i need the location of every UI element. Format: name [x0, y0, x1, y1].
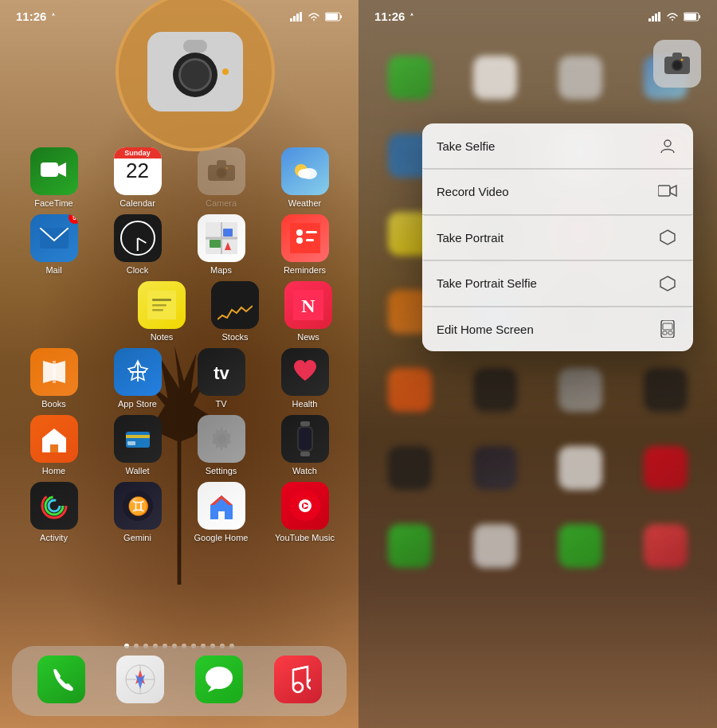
phone-icon[interactable]: [37, 656, 85, 703]
health-icon[interactable]: [281, 348, 329, 396]
watch-icon[interactable]: [281, 415, 329, 463]
safari-icon[interactable]: [116, 656, 164, 703]
camera-icon-top-right[interactable]: [653, 40, 701, 88]
books-icon[interactable]: [30, 348, 78, 396]
mail-icon[interactable]: 5: [30, 214, 78, 262]
app-camera-placeholder[interactable]: Camera: [190, 147, 253, 208]
take-portrait-selfie-label: Take Portrait Selfie: [437, 276, 537, 290]
app-wallet[interactable]: Wallet: [106, 415, 170, 476]
camera-svg: [208, 160, 235, 182]
dock-messages[interactable]: [195, 656, 243, 706]
clock-min-hand: [137, 238, 139, 251]
app-stocks[interactable]: Stocks: [203, 281, 267, 342]
calendar-inner: Sunday 22: [114, 147, 162, 195]
weather-icon[interactable]: [281, 147, 329, 195]
blur-icon-24: [644, 446, 688, 490]
app-settings[interactable]: Settings: [190, 415, 253, 476]
phone-svg: [49, 667, 74, 692]
appstore-icon[interactable]: [114, 348, 162, 396]
tv-label: TV: [215, 399, 226, 409]
svg-point-70: [673, 61, 681, 69]
dock-music[interactable]: [274, 656, 322, 706]
app-clock[interactable]: Clock: [106, 214, 170, 275]
svg-rect-0: [290, 18, 292, 22]
app-calendar[interactable]: Sunday 22 Calendar: [106, 147, 170, 208]
notes-label: Notes: [151, 332, 174, 342]
app-activity[interactable]: Activity: [22, 482, 86, 542]
app-youtubemusic[interactable]: YouTube Music: [273, 482, 337, 542]
watch-svg: [294, 421, 316, 456]
left-phone: 11:26: [0, 0, 358, 728]
app-weather[interactable]: Weather: [273, 147, 337, 208]
svg-rect-25: [306, 231, 317, 233]
messages-icon[interactable]: [195, 656, 243, 703]
app-row-4: Books App Store tv TV: [12, 348, 347, 409]
menu-take-portrait-selfie[interactable]: Take Portrait Selfie: [422, 261, 693, 307]
blur-icon-18: [473, 368, 517, 412]
music-icon[interactable]: [274, 656, 322, 703]
stocks-icon[interactable]: [211, 281, 259, 329]
app-notes[interactable]: Notes: [130, 281, 194, 342]
app-news[interactable]: N News: [276, 281, 340, 342]
app-watch[interactable]: Watch: [273, 415, 337, 476]
messages-svg: [204, 665, 234, 694]
take-selfie-icon: [656, 135, 679, 157]
notes-icon[interactable]: [138, 281, 186, 329]
news-icon[interactable]: N: [284, 281, 332, 329]
camera-icon-small-left[interactable]: [198, 147, 245, 195]
wallet-icon[interactable]: [114, 415, 162, 463]
portrait-selfie-svg: [659, 275, 676, 292]
googlehome-icon[interactable]: [198, 482, 245, 530]
blur-icon-26: [473, 524, 517, 568]
tv-icon[interactable]: tv: [198, 348, 245, 396]
menu-record-video[interactable]: Record Video: [422, 170, 693, 215]
googlehome-label: Google Home: [194, 533, 249, 542]
home-app-icon[interactable]: [30, 415, 78, 463]
app-tv[interactable]: tv TV: [190, 348, 253, 409]
books-label: Books: [41, 399, 66, 409]
app-health[interactable]: Health: [273, 348, 337, 409]
blur-icon-3: [558, 56, 602, 100]
maps-label: Maps: [210, 265, 232, 275]
activity-label: Activity: [40, 533, 68, 542]
app-gemini[interactable]: ♊ Gemini: [106, 482, 170, 542]
app-books[interactable]: Books: [22, 348, 86, 409]
app-home[interactable]: Home: [22, 415, 86, 476]
portrait-svg: [659, 229, 676, 246]
blur-icon-17: [388, 368, 432, 412]
app-appstore[interactable]: App Store: [106, 348, 170, 409]
gemini-icon[interactable]: ♊: [114, 482, 162, 530]
reminders-icon[interactable]: [281, 214, 329, 262]
app-row-1: FaceTime Sunday 22 Calendar: [12, 147, 347, 208]
settings-icon[interactable]: [198, 415, 245, 463]
svg-rect-35: [50, 444, 58, 452]
record-video-icon: [656, 181, 679, 203]
menu-take-portrait[interactable]: Take Portrait: [422, 215, 693, 260]
time-left: 11:26: [16, 10, 57, 23]
facetime-icon[interactable]: [30, 147, 78, 195]
app-googlehome[interactable]: Google Home: [190, 482, 253, 542]
menu-take-selfie[interactable]: Take Selfie: [422, 123, 693, 169]
camera-small-svg: [664, 53, 690, 75]
activity-icon[interactable]: [30, 482, 78, 530]
news-svg: N: [293, 290, 323, 320]
maps-icon[interactable]: [198, 214, 245, 262]
blur-icon-28: [644, 524, 688, 568]
blur-icon-2: [473, 56, 517, 100]
calendar-icon[interactable]: Sunday 22: [114, 147, 162, 195]
app-reminders[interactable]: Reminders: [273, 214, 337, 275]
svg-rect-37: [126, 435, 150, 438]
location-icon-right: [408, 13, 416, 21]
app-mail[interactable]: 5 Mail: [22, 214, 86, 275]
youtubemusic-icon[interactable]: [281, 482, 329, 530]
menu-edit-home-screen[interactable]: Edit Home Screen: [422, 307, 693, 351]
svg-rect-79: [663, 331, 667, 335]
blur-icon-23: [558, 446, 602, 490]
dock-phone[interactable]: [37, 656, 85, 706]
dock-safari[interactable]: [116, 656, 164, 706]
app-facetime[interactable]: FaceTime: [22, 147, 86, 208]
stocks-inner: [211, 281, 259, 329]
app-maps[interactable]: Maps: [190, 214, 253, 275]
svg-point-71: [681, 59, 684, 61]
clock-icon[interactable]: [114, 214, 162, 262]
